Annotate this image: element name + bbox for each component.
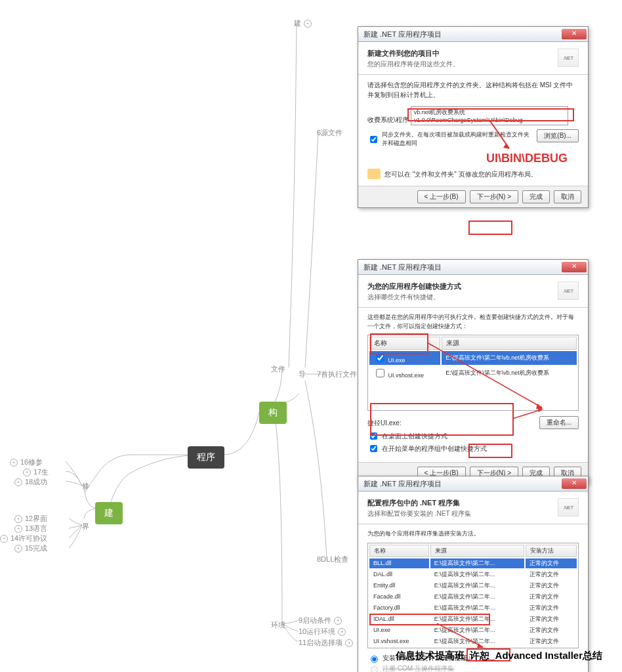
- table-row[interactable]: BLL.dllE:\提高班文件\第二年...正常的文件: [369, 558, 577, 568]
- net-icon: .NET: [558, 49, 579, 67]
- cancel-button[interactable]: 取消: [554, 190, 581, 203]
- n16: 16修参: [20, 457, 43, 467]
- n9: 9启动条件: [299, 616, 331, 625]
- next-button[interactable]: 下一步(N) >: [470, 190, 519, 203]
- expand-icon[interactable]: +: [304, 20, 312, 28]
- table-row[interactable]: Entity.dllE:\提高班文件\第二年...正常的文件: [369, 581, 577, 591]
- table-row[interactable]: Factory.dllE:\提高班文件\第二年...正常的文件: [369, 603, 577, 613]
- close-icon[interactable]: ✕: [562, 262, 587, 272]
- table-row[interactable]: UI.exeE:\提高班文件\第二年...正常的文件: [369, 625, 577, 635]
- table-row[interactable]: Facade.dllE:\提高班文件\第二年...正常的文件: [369, 592, 577, 602]
- n8: 8DLL检查: [317, 555, 348, 564]
- opt-normal[interactable]: [371, 656, 378, 663]
- sync-checkbox[interactable]: [370, 136, 377, 143]
- n14: 14许可协议: [10, 534, 47, 543]
- table-row[interactable]: DAL.dllE:\提高班文件\第二年...正常的文件: [369, 570, 577, 579]
- n10: 10运行环境: [299, 627, 335, 637]
- table-row[interactable]: UI.vshost.exeE:\提高班文件\第二年\vb.net机房收费系: [369, 366, 577, 380]
- wenjian: 文件: [271, 364, 285, 374]
- dialog-1: 新建 .NET 应用程序项目✕ 新建文件到您的项目中您的应用程序将使用这些文件。…: [358, 26, 589, 208]
- n6: 6源文件: [317, 128, 342, 138]
- xiu: 修: [82, 481, 89, 491]
- n12: 12界面: [25, 514, 47, 524]
- huanjing: 环境: [271, 620, 285, 630]
- dialog-3: 新建 .NET 应用程序项目✕ 配置程序包中的 .NET 程序集选择和配置你要安…: [358, 476, 589, 672]
- folder-icon: [367, 169, 381, 179]
- dialog-2: 新建 .NET 应用程序项目✕ 为您的应用程序创建快捷方式选择哪些文件有快捷键。…: [358, 259, 589, 484]
- jian-node[interactable]: 建: [95, 502, 123, 524]
- n11: 11启动选择项: [299, 638, 342, 648]
- back-button[interactable]: < 上一步(B): [417, 190, 466, 203]
- gou-node[interactable]: 构: [259, 402, 287, 424]
- top-jian: 建: [294, 18, 301, 28]
- n18: 18成功: [25, 477, 47, 487]
- close-icon[interactable]: ✕: [562, 29, 587, 39]
- dlg1-title: 新建 .NET 应用程序项目: [363, 30, 442, 39]
- jie: 界: [82, 522, 89, 532]
- footer-text: 信息技术提高班_许恕_Advanced Installer总结: [396, 650, 602, 662]
- browse-button[interactable]: 浏览(B)...: [537, 129, 579, 142]
- close-icon[interactable]: ✕: [562, 478, 587, 489]
- table-row[interactable]: UI.vshost.exeE:\提高班文件\第二年...正常的文件: [369, 637, 577, 646]
- n7: 7首执行文件: [317, 369, 357, 379]
- finish-button[interactable]: 完成: [522, 190, 550, 203]
- root-node[interactable]: 程序: [188, 446, 224, 469]
- opt-com: [371, 666, 378, 673]
- dao: 导: [299, 369, 306, 379]
- dll-table: 名称来源安装方法 BLL.dllE:\提高班文件\第二年...正常的文件DAL.…: [367, 543, 579, 648]
- n15: 15完成: [25, 543, 47, 553]
- startmenu-shortcut[interactable]: [370, 445, 377, 452]
- n17: 17生: [33, 467, 49, 477]
- n13: 13语言: [25, 524, 47, 534]
- rename-button[interactable]: 重命名...: [539, 416, 579, 429]
